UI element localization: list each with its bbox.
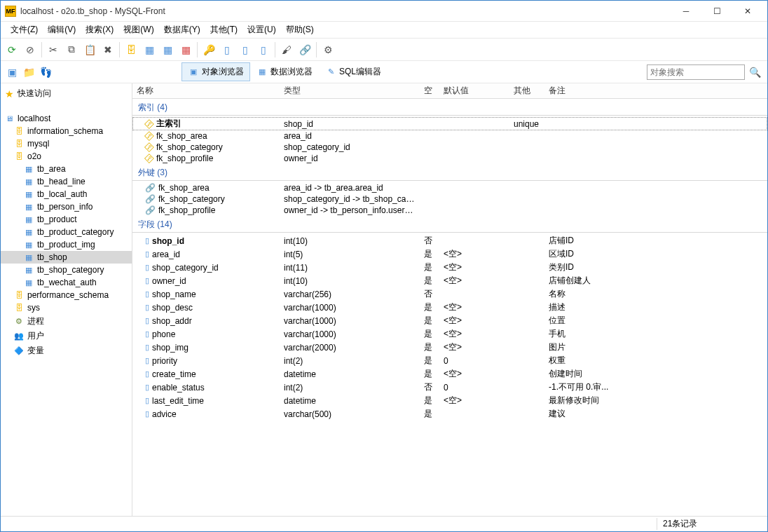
menu-settings[interactable]: 设置(U)	[243, 22, 280, 37]
header-null[interactable]: 空	[420, 85, 439, 97]
field-row[interactable]: ▯last_edit_timedatetime是<空>最新修改时间	[132, 394, 767, 407]
index-row[interactable]: ⚿fk_shop_profileowner_id	[132, 153, 767, 164]
maximize-button[interactable]: ☐	[701, 1, 732, 21]
field-row[interactable]: ▯shop_idint(10)否店铺ID	[132, 234, 767, 247]
column-icon: ▯	[145, 396, 149, 405]
group-fields[interactable]: 字段 (14)	[132, 217, 767, 233]
sidebar-table-tb_shop_category[interactable]: ▦tb_shop_category	[1, 264, 132, 276]
menu-search[interactable]: 搜索(X)	[81, 22, 118, 37]
sidebar-table-tb_product_category[interactable]: ▦tb_product_category	[1, 226, 132, 238]
sidebar-table-tb_product_img[interactable]: ▦tb_product_img	[1, 238, 132, 251]
sidebar-extra-用户[interactable]: 👥用户	[1, 329, 132, 343]
sidebar-table-tb_product[interactable]: ▦tb_product	[1, 213, 132, 226]
leftpanel-icon[interactable]: ▣	[4, 64, 20, 81]
menu-edit[interactable]: 编辑(V)	[43, 22, 80, 37]
index-row[interactable]: ⚿主索引shop_idunique	[132, 117, 767, 130]
column-headers: 名称 类型 空 默认值 其他 备注	[132, 83, 767, 99]
menu-view[interactable]: 视图(W)	[119, 22, 158, 37]
content-area: 名称 类型 空 默认值 其他 备注 索引 (4) ⚿主索引shop_iduniq…	[132, 83, 767, 516]
close-button[interactable]: ✕	[732, 1, 763, 21]
link-icon[interactable]: 🔗	[296, 41, 313, 58]
column-icon: ▯	[145, 263, 149, 272]
group-indexes[interactable]: 索引 (4)	[132, 100, 767, 116]
field-row[interactable]: ▯owner_idint(10)是<空>店铺创建人	[132, 274, 767, 287]
sidebar-host[interactable]: 🖥localhost	[1, 112, 132, 125]
sidebar-table-tb_head_line[interactable]: ▦tb_head_line	[1, 175, 132, 188]
sidebar-db-performance_schema[interactable]: 🗄performance_schema	[1, 289, 132, 301]
header-name[interactable]: 名称	[132, 85, 280, 97]
db-icon[interactable]: 🗄	[123, 41, 139, 58]
settings-icon[interactable]: ⚙	[320, 41, 336, 58]
link-icon: 🔗	[145, 194, 156, 204]
folder-icon[interactable]: 📁	[20, 64, 37, 81]
paste-icon[interactable]: 📋	[81, 41, 98, 58]
table-icon[interactable]: ▦	[141, 41, 158, 58]
search-input[interactable]	[647, 64, 745, 80]
column-icon: ▯	[145, 236, 149, 245]
sidebar-db-information_schema[interactable]: 🗄information_schema	[1, 125, 132, 137]
footprints-icon[interactable]: 👣	[37, 64, 54, 81]
sidebar-extra-进程[interactable]: ⚙进程	[1, 314, 132, 329]
sidebar-db-o2o[interactable]: 🗄o2o	[1, 150, 132, 163]
fk-row[interactable]: 🔗fk_shop_areaarea_id -> tb_area.area_id	[132, 182, 767, 193]
stop-icon[interactable]: ⊘	[22, 41, 39, 58]
sidebar-favorites[interactable]: ★快速访问	[1, 86, 132, 101]
key-icon[interactable]: 🔑	[200, 41, 217, 58]
sidebar-db-sys[interactable]: 🗄sys	[1, 301, 132, 314]
field-row[interactable]: ▯enable_statusint(2)否0-1.不可用 0.审...	[132, 381, 767, 394]
menu-other[interactable]: 其他(T)	[206, 22, 242, 37]
sidebar-table-tb_local_auth[interactable]: ▦tb_local_auth	[1, 188, 132, 200]
field-row[interactable]: ▯shop_descvarchar(1000)是<空>描述	[132, 301, 767, 314]
fk-row[interactable]: 🔗fk_shop_categoryshop_category_id -> tb_…	[132, 193, 767, 205]
tab-sql-editor[interactable]: ✎SQL编辑器	[319, 62, 388, 81]
brush-icon[interactable]: 🖌	[278, 41, 295, 58]
header-default[interactable]: 默认值	[439, 85, 509, 97]
sidebar-table-tb_person_info[interactable]: ▦tb_person_info	[1, 200, 132, 213]
column-icon: ▯	[145, 316, 149, 325]
header-remark[interactable]: 备注	[544, 85, 767, 97]
sidebar-db-mysql[interactable]: 🗄mysql	[1, 137, 132, 150]
index-row[interactable]: ⚿fk_shop_categoryshop_category_id	[132, 142, 767, 153]
key-icon: ⚿	[143, 131, 156, 141]
field-row[interactable]: ▯shop_imgvarchar(2000)是<空>图片	[132, 341, 767, 354]
search-icon[interactable]: 🔍	[745, 64, 764, 80]
toolbar-tabs: ▣ 📁 👣 ▣对象浏览器 ▦数据浏览器 ✎SQL编辑器 🔍	[1, 61, 767, 83]
minimize-button[interactable]: ─	[671, 1, 701, 21]
tablered-icon[interactable]: ▦	[177, 41, 194, 58]
sidebar-table-tb_area[interactable]: ▦tb_area	[1, 163, 132, 175]
column-icon[interactable]: ▯	[219, 41, 235, 58]
field-row[interactable]: ▯area_idint(5)是<空>区域ID	[132, 247, 767, 261]
menu-help[interactable]: 帮助(S)	[282, 22, 318, 37]
key-icon: ⚿	[143, 118, 156, 130]
titlebar: MF localhost - o2o.tb_shop - MySQL-Front…	[1, 1, 767, 22]
field-row[interactable]: ▯phonevarchar(1000)是<空>手机	[132, 327, 767, 341]
field-row[interactable]: ▯advicevarchar(500)是建议	[132, 407, 767, 421]
sidebar-table-tb_shop[interactable]: ▦tb_shop	[1, 251, 132, 264]
field-row[interactable]: ▯create_timedatetime是<空>创建时间	[132, 367, 767, 381]
menu-file[interactable]: 文件(Z)	[6, 22, 42, 37]
tab-object-browser[interactable]: ▣对象浏览器	[181, 62, 250, 81]
field-row[interactable]: ▯priorityint(2)是0权重	[132, 354, 767, 367]
statusbar: 21条记录	[1, 516, 767, 531]
column2-icon[interactable]: ▯	[237, 41, 254, 58]
header-other[interactable]: 其他	[509, 85, 544, 97]
cut-icon[interactable]: ✂	[45, 41, 62, 58]
refresh-icon[interactable]: ⟳	[4, 41, 20, 58]
fk-row[interactable]: 🔗fk_shop_profileowner_id -> tb_person_in…	[132, 205, 767, 216]
header-type[interactable]: 类型	[280, 85, 420, 97]
index-row[interactable]: ⚿fk_shop_areaarea_id	[132, 130, 767, 142]
sidebar-table-tb_wechat_auth[interactable]: ▦tb_wechat_auth	[1, 276, 132, 289]
field-row[interactable]: ▯shop_namevarchar(256)否名称	[132, 287, 767, 301]
sidebar-extra-变量[interactable]: 🔷变量	[1, 343, 132, 358]
menu-database[interactable]: 数据库(Y)	[160, 22, 205, 37]
field-row[interactable]: ▯shop_category_idint(11)是<空>类别ID	[132, 261, 767, 274]
tab-data-browser[interactable]: ▦数据浏览器	[250, 62, 319, 81]
field-row[interactable]: ▯shop_addrvarchar(1000)是<空>位置	[132, 314, 767, 327]
column-icon: ▯	[145, 276, 149, 285]
column3-icon[interactable]: ▯	[255, 41, 272, 58]
tabledel-icon[interactable]: ▦	[159, 41, 176, 58]
column-icon: ▯	[145, 343, 149, 352]
delete-icon[interactable]: ✖	[100, 41, 116, 58]
copy-icon[interactable]: ⧉	[63, 41, 80, 58]
group-fks[interactable]: 外键 (3)	[132, 165, 767, 181]
